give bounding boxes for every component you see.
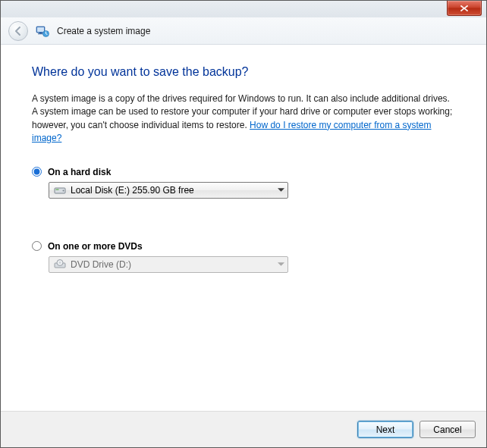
- page-description: A system image is a copy of the drives r…: [32, 92, 455, 146]
- next-button[interactable]: Next: [357, 421, 413, 438]
- svg-point-7: [63, 190, 64, 191]
- svg-rect-3: [38, 33, 43, 34]
- close-icon: [460, 5, 469, 12]
- page-heading: Where do you want to save the backup?: [32, 65, 455, 79]
- option-hard-disk: On a hard disk Local Disk (E:) 255.90 GB…: [32, 167, 455, 199]
- footer: Next Cancel: [1, 411, 486, 447]
- radio-dvd-row[interactable]: On one or more DVDs: [32, 241, 455, 252]
- header-title: Create a system image: [57, 26, 150, 36]
- radio-hard-disk-row[interactable]: On a hard disk: [32, 167, 455, 177]
- radio-hard-disk[interactable]: [32, 167, 42, 177]
- dvd-value: DVD Drive (D:): [71, 259, 274, 270]
- radio-dvd-label: On one or more DVDs: [48, 241, 143, 252]
- radio-hard-disk-label: On a hard disk: [48, 167, 111, 177]
- svg-rect-2: [39, 33, 42, 33]
- svg-rect-6: [56, 189, 59, 190]
- back-arrow-icon: [13, 26, 24, 36]
- svg-point-10: [59, 262, 61, 263]
- header: Create a system image: [1, 17, 486, 45]
- dvd-dropdown: DVD Drive (D:): [49, 256, 288, 273]
- back-button[interactable]: [8, 21, 28, 41]
- svg-rect-1: [37, 27, 44, 32]
- radio-dvd[interactable]: [32, 241, 42, 251]
- cancel-button[interactable]: Cancel: [419, 421, 476, 438]
- dvd-drive-icon: [54, 258, 66, 271]
- content: Where do you want to save the backup? A …: [8, 45, 479, 411]
- option-dvd: On one or more DVDs DVD Drive (D:): [32, 241, 455, 273]
- wizard-window: Create a system image Where do you want …: [0, 0, 487, 448]
- titlebar: [1, 1, 486, 17]
- hard-disk-value: Local Disk (E:) 255.90 GB free: [71, 185, 274, 196]
- hard-disk-dropdown[interactable]: Local Disk (E:) 255.90 GB free: [49, 182, 288, 199]
- chevron-down-icon: [274, 183, 287, 198]
- system-image-icon: [36, 24, 49, 38]
- chevron-down-icon: [274, 257, 287, 272]
- close-button[interactable]: [447, 1, 482, 16]
- hard-disk-icon: [54, 184, 66, 196]
